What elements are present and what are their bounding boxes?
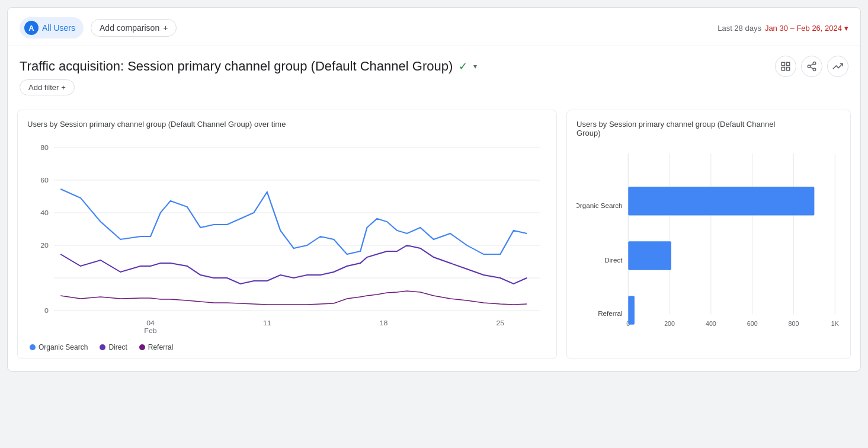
- add-filter-plus-icon: +: [61, 83, 66, 92]
- svg-point-5: [808, 65, 811, 68]
- filter-bar: Add filter +: [8, 77, 860, 104]
- svg-text:800: 800: [789, 320, 799, 327]
- legend-label-referral: Referral: [148, 343, 174, 351]
- legend-dot-organic-search: [30, 344, 36, 350]
- main-card: A All Users Add comparison + Last 28 day…: [7, 7, 861, 372]
- line-chart-legend: Organic Search Direct Referral: [27, 343, 547, 351]
- svg-point-6: [813, 68, 816, 71]
- svg-text:200: 200: [664, 320, 675, 327]
- svg-text:11: 11: [263, 319, 271, 327]
- bar-chart-area: 0 200 400 600 800 1K Organic Search Dire…: [576, 145, 841, 346]
- svg-text:400: 400: [706, 320, 716, 327]
- add-comparison-label: Add comparison: [100, 23, 159, 33]
- svg-text:1K: 1K: [831, 320, 839, 327]
- svg-text:40: 40: [40, 209, 49, 216]
- line-chart-container: Users by Session primary channel group (…: [17, 110, 557, 359]
- bar-chart-svg: 0 200 400 600 800 1K Organic Search Dire…: [576, 145, 841, 346]
- svg-rect-1: [787, 62, 790, 65]
- title-dropdown-icon[interactable]: ▾: [473, 62, 477, 71]
- bar-referral: [628, 296, 635, 324]
- chart-type-button[interactable]: [775, 56, 796, 77]
- bar-direct: [628, 241, 671, 270]
- svg-text:60: 60: [40, 177, 49, 184]
- share-button[interactable]: [801, 56, 822, 77]
- svg-text:0: 0: [44, 307, 49, 314]
- bar-organic-search: [628, 187, 814, 215]
- report-title-area: Traffic acquisition: Session primary cha…: [20, 59, 477, 74]
- line-chart-title: Users by Session primary channel group (…: [27, 120, 547, 129]
- svg-text:80: 80: [40, 144, 49, 151]
- legend-dot-referral: [139, 344, 145, 350]
- svg-text:Referral: Referral: [598, 309, 622, 317]
- date-range-dropdown-icon: ▾: [844, 24, 848, 33]
- svg-text:600: 600: [747, 320, 758, 327]
- svg-text:Organic Search: Organic Search: [576, 201, 623, 209]
- legend-label-direct: Direct: [108, 343, 127, 351]
- svg-rect-0: [781, 62, 784, 65]
- add-filter-button[interactable]: Add filter +: [20, 79, 75, 95]
- svg-line-8: [810, 64, 813, 66]
- legend-label-organic-search: Organic Search: [39, 343, 88, 351]
- legend-item-referral: Referral: [139, 343, 174, 351]
- insights-button[interactable]: [827, 56, 848, 77]
- top-bar-right: Last 28 days Jan 30 – Feb 26, 2024 ▾: [718, 24, 848, 33]
- all-users-chip[interactable]: A All Users: [20, 17, 84, 39]
- svg-text:20: 20: [40, 242, 49, 249]
- charts-section: Users by Session primary channel group (…: [8, 104, 860, 371]
- bar-chart-container: Users by Session primary channel group (…: [566, 110, 851, 359]
- legend-dot-direct: [100, 344, 105, 350]
- title-row: Traffic acquisition: Session primary cha…: [8, 46, 860, 77]
- report-title-text: Traffic acquisition: Session primary cha…: [20, 59, 453, 74]
- svg-line-7: [810, 67, 813, 69]
- svg-point-4: [813, 62, 816, 65]
- legend-item-direct: Direct: [100, 343, 127, 351]
- all-users-label: All Users: [42, 23, 75, 33]
- all-users-avatar: A: [24, 21, 39, 35]
- date-range-text: Jan 30 – Feb 26, 2024: [765, 24, 842, 33]
- svg-text:04: 04: [146, 319, 155, 327]
- svg-text:25: 25: [496, 319, 504, 327]
- svg-text:Direct: Direct: [604, 256, 623, 264]
- add-comparison-button[interactable]: Add comparison +: [91, 19, 177, 37]
- svg-text:18: 18: [380, 319, 388, 327]
- line-chart-svg: 80 60 40 20 0 04 Feb 11 18 25: [27, 136, 547, 337]
- add-comparison-plus-icon: +: [163, 23, 168, 33]
- top-bar-left: A All Users Add comparison +: [20, 17, 177, 39]
- top-bar: A All Users Add comparison + Last 28 day…: [8, 8, 860, 46]
- svg-rect-2: [781, 68, 784, 71]
- add-filter-label: Add filter: [28, 83, 59, 92]
- bar-chart-title: Users by Session primary channel group (…: [576, 120, 841, 137]
- legend-item-organic-search: Organic Search: [30, 343, 88, 351]
- svg-text:Feb: Feb: [144, 327, 157, 334]
- last-28-days-label: Last 28 days: [718, 24, 761, 33]
- line-chart-area: 80 60 40 20 0 04 Feb 11 18 25: [27, 136, 547, 337]
- green-check-icon: ✓: [459, 60, 467, 73]
- date-range-button[interactable]: Jan 30 – Feb 26, 2024 ▾: [765, 24, 848, 33]
- title-toolbar: [775, 56, 848, 77]
- outer-container: A All Users Add comparison + Last 28 day…: [0, 0, 868, 448]
- svg-rect-3: [787, 68, 790, 71]
